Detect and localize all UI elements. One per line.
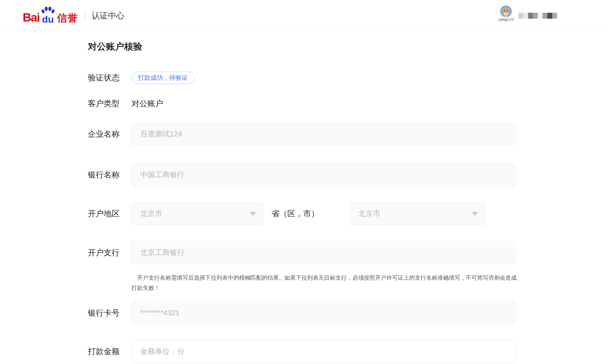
region-row: 开户地区 北京市 省（区，市） 北京市 [88, 202, 608, 225]
province-select-value: 北京市 [140, 209, 162, 219]
logo-du-unit: du [40, 7, 56, 24]
customer-type-value: 对公账户 [131, 98, 163, 109]
bank-name-row: 银行名称 [88, 163, 608, 186]
city-select[interactable]: 北京市 [350, 202, 485, 225]
branch-note-row: 开户支行名称需填写后选择下拉列表中的模糊匹配的结果。如果下拉列表无目标支行，必须… [88, 273, 608, 293]
city-select-value: 北京市 [358, 209, 380, 219]
amount-label: 打款金额 [88, 346, 131, 357]
bank-name-input[interactable] [131, 163, 516, 186]
status-badge: 打款成功，待验证 [131, 72, 194, 84]
amount-input[interactable] [131, 340, 516, 363]
verification-status-label: 验证状态 [88, 72, 131, 83]
header-divider [85, 11, 85, 20]
card-number-row: 银行卡号 [88, 301, 608, 324]
status-row: 验证状态 打款成功，待验证 [88, 72, 608, 84]
customer-type-row: 客户类型 对公账户 [88, 99, 608, 108]
verification-form: 对公账户核验 验证状态 打款成功，待验证 客户类型 对公账户 企业名称 银行名称… [88, 31, 608, 363]
note-spacer [88, 273, 131, 293]
company-name-row: 企业名称 [88, 123, 608, 145]
logo-bai-text: Bai [23, 12, 39, 24]
top-header: Bai du 信誉 认证中心 [0, 0, 608, 31]
paw-icon [41, 7, 54, 14]
customer-type-label: 客户类型 [88, 98, 131, 109]
user-avatar[interactable] [500, 5, 512, 17]
redacted-text [518, 13, 557, 19]
amount-row: 打款金额 [88, 340, 608, 363]
company-name-label: 企业名称 [88, 129, 131, 140]
chevron-down-icon [250, 212, 256, 216]
bank-name-label: 银行名称 [88, 170, 131, 180]
region-hint: 省（区，市） [271, 208, 319, 219]
chevron-down-icon [472, 212, 478, 216]
logo-xinyu-text: 信誉 [57, 13, 78, 24]
card-number-label: 银行卡号 [88, 308, 131, 318]
baidu-logo[interactable]: Bai du 信誉 [23, 7, 78, 24]
branch-label: 开户支行 [88, 247, 131, 258]
page-title: 对公账户核验 [88, 41, 608, 52]
logo-du-text: du [42, 14, 54, 24]
bear-avatar-icon [500, 5, 512, 17]
branch-note: 开户支行名称需填写后选择下拉列表中的模糊匹配的结果。如果下拉列表无目标支行，必须… [131, 273, 518, 293]
company-name-input[interactable] [131, 123, 516, 145]
region-label: 开户地区 [88, 208, 131, 219]
username[interactable]: zybqjy123 [494, 18, 518, 22]
province-select[interactable]: 北京市 [131, 202, 263, 225]
header-title: 认证中心 [92, 9, 124, 22]
header-user-area: zybqjy123 [489, 0, 608, 30]
branch-row: 开户支行 [88, 241, 608, 264]
card-number-input[interactable] [131, 301, 516, 324]
branch-input[interactable] [131, 241, 516, 264]
